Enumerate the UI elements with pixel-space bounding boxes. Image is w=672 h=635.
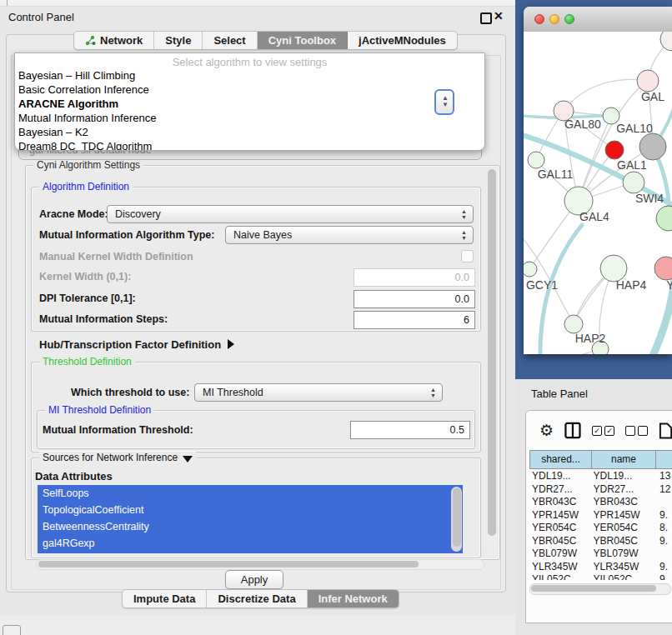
- deselect-all-checks-icon[interactable]: [625, 426, 648, 436]
- table-row[interactable]: YIL052CYIL052C9: [529, 573, 672, 580]
- algorithm-option[interactable]: Bayesian – K2: [15, 125, 484, 139]
- apply-button[interactable]: Apply: [225, 570, 283, 589]
- algorithm-option[interactable]: Dream8 DC_TDC Algorithm: [15, 139, 484, 151]
- table-row[interactable]: YLR345WYLR345W9.: [529, 561, 672, 574]
- attributes-scrollbar-thumb[interactable]: [453, 488, 461, 547]
- hub-definition-label: Hub/Transcription Factor Definition: [39, 338, 221, 351]
- tab-label: jActiveMNodules: [359, 34, 446, 47]
- which-threshold-value: MI Threshold: [203, 387, 263, 398]
- combo-stepper-button[interactable]: ▲▼: [434, 89, 454, 115]
- table-row[interactable]: YPR145WYPR145W9.: [529, 509, 672, 522]
- table-row[interactable]: YDL19...YDL19...13: [529, 470, 672, 483]
- attribute-item[interactable]: SelfLoops: [38, 485, 463, 502]
- table-rows: YDL19...YDL19...13YDR27...YDR27...12YBR0…: [529, 470, 672, 580]
- network-graph[interactable]: GALGAL80GAL10GAL1GAL11SWI4GAL4GCY1HAP4YH…: [524, 32, 672, 354]
- tab-jactivemnodules[interactable]: jActiveMNodules: [348, 32, 457, 49]
- table-row[interactable]: YBR045CYBR045C9.: [529, 535, 672, 548]
- tab-cyni-toolbox[interactable]: Cyni Toolbox: [258, 32, 348, 49]
- attributes-scrollbar[interactable]: [451, 487, 462, 552]
- table-cell: YIL052C: [529, 573, 591, 580]
- mi-type-combo[interactable]: Naive Bayes ▲▼: [225, 226, 474, 244]
- algorithm-option[interactable]: Basic Correlation Inference: [15, 82, 484, 97]
- table-cell: [654, 496, 672, 509]
- network-window[interactable]: GALGAL80GAL10GAL1GAL11SWI4GAL4GCY1HAP4YH…: [524, 7, 672, 354]
- columns-icon[interactable]: [564, 422, 581, 439]
- table-row[interactable]: YER054CYER054C8.: [529, 522, 672, 535]
- manual-kernel-label: Manual Kernel Width Definition: [39, 251, 193, 262]
- combo-arrows-icon: ▲▼: [461, 208, 467, 220]
- table-cell: YIL052C: [591, 573, 654, 580]
- table-row[interactable]: YDR27...YDR27...12: [529, 483, 672, 497]
- table-cell: YBL079W: [591, 548, 654, 561]
- algorithm-option[interactable]: Mutual Information Inference: [15, 111, 484, 125]
- collapsed-arrow-icon: [228, 339, 234, 349]
- network-node[interactable]: [654, 257, 672, 280]
- table-hscrollbar-thumb[interactable]: [531, 585, 656, 592]
- settings-scrollbar-thumb[interactable]: [488, 169, 496, 536]
- network-node[interactable]: [660, 32, 672, 51]
- zoom-traffic-light-icon[interactable]: [564, 14, 574, 24]
- dpi-tolerance-field[interactable]: 0.0: [354, 290, 475, 308]
- algorithm-option[interactable]: ARACNE Algorithm: [15, 97, 484, 111]
- manual-kernel-checkbox[interactable]: [461, 250, 474, 262]
- settings-hscrollbar-thumb[interactable]: [38, 561, 419, 568]
- table-cell: 9.: [654, 561, 672, 574]
- bottom-tab-impute-data[interactable]: Impute Data: [123, 590, 207, 608]
- network-node[interactable]: [605, 141, 624, 159]
- settings-scrollbar[interactable]: [486, 168, 497, 555]
- aracne-mode-label: Aracne Mode:: [39, 208, 108, 220]
- table-hscrollbar[interactable]: [529, 583, 671, 595]
- attribute-item[interactable]: gal4RGexp: [38, 535, 463, 552]
- mi-threshold-field[interactable]: 0.5: [350, 421, 470, 439]
- float-icon[interactable]: [480, 12, 492, 24]
- network-icon: [85, 35, 96, 46]
- control-panel: Control Panel ✕ NetworkStyleSelectCyni T…: [0, 7, 516, 616]
- new-table-icon[interactable]: [659, 422, 672, 440]
- data-attributes-list[interactable]: SelfLoopsTopologicalCoefficientBetweenne…: [38, 485, 463, 553]
- node-label: GAL80: [564, 118, 601, 131]
- attribute-item[interactable]: TopologicalCoefficient: [38, 502, 463, 518]
- minimize-traffic-light-icon[interactable]: [549, 14, 559, 24]
- table-row[interactable]: YBL079WYBL079W: [529, 548, 672, 561]
- hub-definition-toggle[interactable]: Hub/Transcription Factor Definition: [39, 338, 234, 351]
- aracne-mode-combo[interactable]: Discovery ▲▼: [107, 205, 474, 223]
- table-row[interactable]: YBR043CYBR043C: [529, 496, 672, 509]
- algorithm-options: Bayesian – Hill ClimbingBasic Correlatio…: [15, 68, 484, 151]
- close-traffic-light-icon[interactable]: [534, 14, 544, 24]
- network-node[interactable]: [528, 152, 544, 168]
- node-label: GAL4: [579, 210, 609, 223]
- column-header[interactable]: name: [592, 450, 656, 469]
- mi-steps-field[interactable]: 6: [354, 311, 475, 329]
- bottom-tab-discretize-data[interactable]: Discretize Data: [207, 590, 307, 608]
- table-cell: YBL079W: [529, 548, 591, 561]
- table-cell: YLR345W: [591, 561, 654, 574]
- sources-group-title[interactable]: Sources for Network Inference: [39, 452, 196, 463]
- network-node[interactable]: [524, 262, 537, 277]
- settings-hscrollbar[interactable]: [36, 559, 484, 570]
- mi-type-value: Naive Bayes: [233, 229, 292, 241]
- network-node[interactable]: [639, 133, 666, 160]
- column-header[interactable]: A: [656, 450, 672, 469]
- network-node[interactable]: [656, 206, 672, 231]
- control-panel-titlebar: Control Panel ✕: [0, 7, 515, 28]
- gear-icon[interactable]: ⚙: [539, 422, 554, 438]
- tab-select[interactable]: Select: [203, 32, 257, 49]
- select-all-checks-icon[interactable]: ✓✓: [592, 426, 614, 436]
- aracne-mode-value: Discovery: [115, 208, 161, 220]
- minimized-panel-icon[interactable]: [3, 625, 21, 635]
- network-node[interactable]: [637, 70, 659, 92]
- column-header[interactable]: shared...: [529, 450, 592, 469]
- tab-network[interactable]: Network: [74, 32, 154, 49]
- settings-group-title: Cyni Algorithm Settings: [33, 159, 143, 171]
- close-icon[interactable]: ✕: [494, 9, 504, 22]
- attribute-item[interactable]: BetweennessCentrality: [38, 518, 463, 535]
- which-threshold-combo[interactable]: MI Threshold ▲▼: [194, 383, 443, 402]
- network-window-titlebar[interactable]: [524, 7, 672, 32]
- tab-style[interactable]: Style: [154, 32, 203, 49]
- algorithm-option[interactable]: Bayesian – Hill Climbing: [15, 68, 484, 82]
- table-cell: YPR145W: [591, 509, 654, 522]
- kernel-width-field[interactable]: 0.0: [354, 268, 475, 287]
- network-node[interactable]: [564, 315, 583, 333]
- network-node[interactable]: [623, 172, 644, 193]
- bottom-tab-infer-network[interactable]: Infer Network: [308, 590, 399, 608]
